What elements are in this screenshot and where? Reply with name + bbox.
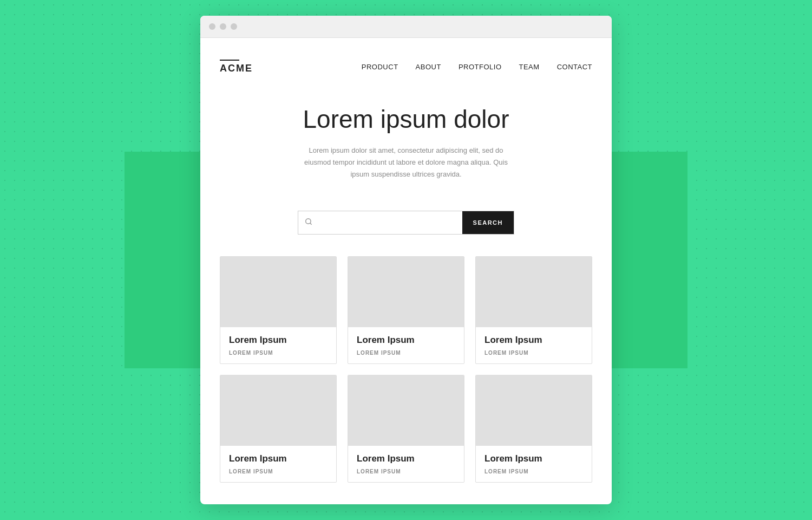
hero-subtitle: Lorem ipsum dolor sit amet, consectetur … [303,145,509,180]
search-input[interactable] [317,218,456,227]
card-2-title: Lorem Ipsum [357,335,455,346]
search-button[interactable]: SEARCH [462,211,514,234]
card-1-subtitle: LOREM IPSUM [229,350,328,356]
card-6[interactable]: Lorem Ipsum LOREM IPSUM [475,375,592,483]
logo-area: ACME [220,60,253,74]
card-3-image [476,257,592,327]
card-6-subtitle: LOREM IPSUM [484,469,583,474]
card-4-image [220,375,336,446]
card-5-subtitle: LOREM IPSUM [357,469,455,474]
hero-title: Lorem ipsum dolor [220,105,592,134]
card-4-title: Lorem Ipsum [229,453,328,464]
card-6-body: Lorem Ipsum LOREM IPSUM [476,446,592,482]
search-container: SEARCH [220,211,592,235]
browser-chrome [200,16,612,38]
card-5-image [348,375,464,446]
card-6-image [476,375,592,446]
card-1-title: Lorem Ipsum [229,335,328,346]
card-3-subtitle: LOREM IPSUM [484,350,583,356]
card-3-body: Lorem Ipsum LOREM IPSUM [476,327,592,363]
card-1-body: Lorem Ipsum LOREM IPSUM [220,327,336,363]
card-2-subtitle: LOREM IPSUM [357,350,455,356]
logo-text[interactable]: ACME [220,63,253,74]
card-5[interactable]: Lorem Ipsum LOREM IPSUM [348,375,464,483]
nav-link-team[interactable]: TEAM [519,63,540,71]
card-5-body: Lorem Ipsum LOREM IPSUM [348,446,464,482]
card-3[interactable]: Lorem Ipsum LOREM IPSUM [475,256,592,364]
hero-section: Lorem ipsum dolor Lorem ipsum dolor sit … [220,87,592,196]
search-box: SEARCH [298,211,514,235]
card-1-image [220,257,336,327]
card-1[interactable]: Lorem Ipsum LOREM IPSUM [220,256,337,364]
card-2-image [348,257,464,327]
card-grid: Lorem Ipsum LOREM IPSUM Lorem Ipsum LORE… [220,256,592,483]
nav-link-about[interactable]: ABOUT [416,63,441,71]
card-6-title: Lorem Ipsum [484,453,583,464]
browser-dot-red [209,23,215,30]
nav-links: PRODUCT ABOUT PROTFOLIO TEAM CONTACT [362,63,592,71]
card-3-title: Lorem Ipsum [484,335,583,346]
search-icon [305,218,312,227]
card-2[interactable]: Lorem Ipsum LOREM IPSUM [348,256,464,364]
browser-dot-green [231,23,237,30]
logo-line [220,60,239,61]
page-content: ACME PRODUCT ABOUT PROTFOLIO TEAM CONTAC… [200,38,612,504]
nav-link-protfolio[interactable]: PROTFOLIO [459,63,502,71]
nav: ACME PRODUCT ABOUT PROTFOLIO TEAM CONTAC… [220,51,592,87]
svg-line-1 [310,223,312,225]
card-4-body: Lorem Ipsum LOREM IPSUM [220,446,336,482]
browser-dot-yellow [220,23,226,30]
card-4[interactable]: Lorem Ipsum LOREM IPSUM [220,375,337,483]
nav-link-contact[interactable]: CONTACT [557,63,592,71]
card-2-body: Lorem Ipsum LOREM IPSUM [348,327,464,363]
card-5-title: Lorem Ipsum [357,453,455,464]
search-input-area [298,211,462,234]
browser-window: ACME PRODUCT ABOUT PROTFOLIO TEAM CONTAC… [200,16,612,504]
nav-link-product[interactable]: PRODUCT [362,63,398,71]
card-4-subtitle: LOREM IPSUM [229,469,328,474]
